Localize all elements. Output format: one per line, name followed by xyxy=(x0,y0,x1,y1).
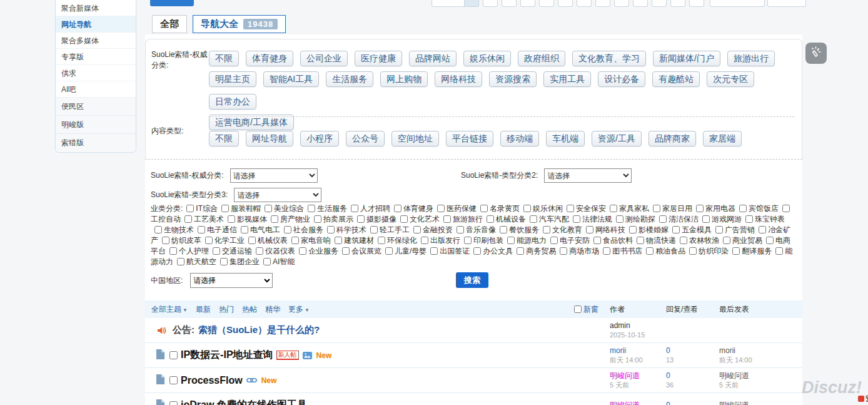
industry-checkbox[interactable] xyxy=(715,226,723,233)
industry-checkbox[interactable] xyxy=(543,226,550,233)
industry-checkbox[interactable] xyxy=(413,226,421,233)
sidebar-item-2[interactable]: 聚合多媒体 xyxy=(56,33,136,49)
industry-checkbox[interactable] xyxy=(530,215,537,223)
content-type-pill[interactable]: 小程序 xyxy=(300,131,339,146)
industry-checkbox[interactable] xyxy=(487,215,494,223)
thread-author-link[interactable]: 明峻问道 xyxy=(610,371,666,381)
tab-all[interactable]: 全部 xyxy=(152,15,187,33)
industry-checkbox[interactable] xyxy=(430,247,438,255)
toolbar-button-partial[interactable] xyxy=(633,0,648,7)
industry-checkbox[interactable] xyxy=(473,247,481,255)
sidebar-item-4[interactable]: 供求 xyxy=(56,65,136,81)
thread-replies-count[interactable]: 0 xyxy=(666,346,719,356)
toolbar-button-partial[interactable] xyxy=(652,0,667,7)
industry-checkbox[interactable] xyxy=(220,258,228,265)
content-type-pill[interactable]: 公众号 xyxy=(346,131,385,146)
industry-checkbox[interactable] xyxy=(162,237,169,244)
industry-checkbox[interactable] xyxy=(680,237,687,244)
thread-lastpost-author[interactable]: 明峻问道 xyxy=(719,401,796,405)
industry-checkbox[interactable] xyxy=(573,215,580,223)
content-type-pill[interactable]: 不限 xyxy=(209,131,239,146)
content-type-pill[interactable]: 空间地址 xyxy=(391,131,439,146)
authority-category-pill[interactable]: 智能AI工具 xyxy=(263,71,319,87)
search-button[interactable]: 搜索 xyxy=(456,272,488,288)
industry-checkbox[interactable] xyxy=(421,237,428,244)
type2-select[interactable]: 请选择 xyxy=(544,168,632,183)
thread-filter-1[interactable]: 最新 xyxy=(196,304,211,315)
industry-checkbox[interactable] xyxy=(443,215,451,223)
content-type-pill[interactable]: 家居端 xyxy=(703,131,742,146)
toolbar-button-partial[interactable] xyxy=(710,0,765,7)
content-type-pill[interactable]: 网址导航 xyxy=(246,131,293,146)
industry-checkbox[interactable] xyxy=(335,237,342,244)
industry-checkbox[interactable] xyxy=(560,247,567,255)
industry-checkbox[interactable] xyxy=(672,226,680,233)
industry-checkbox[interactable] xyxy=(169,247,177,255)
industry-checkbox[interactable] xyxy=(400,215,408,223)
industry-checkbox[interactable] xyxy=(629,226,637,233)
industry-checkbox[interactable] xyxy=(610,205,617,212)
industry-checkbox[interactable] xyxy=(723,237,730,244)
authority-category-pill[interactable]: 娱乐休闲 xyxy=(463,51,511,66)
thread-lastpost-author[interactable]: 明峻问道 xyxy=(719,371,796,381)
industry-checkbox[interactable] xyxy=(228,215,235,223)
industry-checkbox[interactable] xyxy=(370,226,378,233)
thread-filter-3[interactable]: 热帖 xyxy=(242,304,257,315)
authority-category-pill[interactable]: 生活服务 xyxy=(326,71,373,87)
authority-category-pill[interactable]: 资源搜索 xyxy=(489,71,537,87)
thread-filter-4[interactable]: 精华 xyxy=(265,304,280,315)
industry-checkbox[interactable] xyxy=(464,237,472,244)
industry-checkbox[interactable] xyxy=(378,237,385,244)
toolbar-button-partial[interactable] xyxy=(670,0,685,7)
industry-checkbox[interactable] xyxy=(775,247,783,255)
thread-author-link[interactable]: 明峻问道 xyxy=(610,401,666,405)
industry-checkbox[interactable] xyxy=(271,215,278,223)
industry-checkbox[interactable] xyxy=(689,247,697,255)
industry-checkbox[interactable] xyxy=(263,258,271,265)
thread-replies-count[interactable]: 0 xyxy=(666,401,719,405)
industry-checkbox[interactable] xyxy=(314,215,321,223)
industry-checkbox[interactable] xyxy=(567,205,574,212)
toolbar-button-partial[interactable] xyxy=(464,0,479,7)
thread-filter-0[interactable]: 全部主题▼ xyxy=(151,304,188,315)
content-type-pill[interactable]: 资源/工具 xyxy=(592,131,642,146)
content-type-pill[interactable]: 平台链接 xyxy=(446,131,493,146)
content-type-pill[interactable]: 车机端 xyxy=(546,131,585,146)
industry-checkbox[interactable] xyxy=(739,205,747,212)
industry-checkbox[interactable] xyxy=(213,247,220,255)
tab-nav-directory[interactable]: 导航大全 19438 xyxy=(193,15,286,33)
quick-tools-button[interactable] xyxy=(805,43,827,64)
authority-category-pill[interactable]: 次元专区 xyxy=(707,71,754,87)
industry-checkbox[interactable] xyxy=(745,215,753,223)
industry-checkbox[interactable] xyxy=(351,205,358,212)
thread-author-link[interactable]: morii xyxy=(610,346,666,356)
industry-checkbox[interactable] xyxy=(357,215,365,223)
sidebar-item-8[interactable]: 索猎版 xyxy=(56,134,136,152)
content-type-pill[interactable]: 移动端 xyxy=(500,131,539,146)
new-window-checkbox[interactable] xyxy=(574,305,582,313)
industry-checkbox[interactable] xyxy=(550,237,558,244)
thread-filter-5[interactable]: 更多▼ xyxy=(288,304,310,315)
thread-select-checkbox[interactable] xyxy=(169,376,178,384)
toolbar-button-partial[interactable] xyxy=(595,0,610,7)
industry-checkbox[interactable] xyxy=(198,226,205,233)
toolbar-button-partial[interactable] xyxy=(767,0,806,7)
thread-select-checkbox[interactable] xyxy=(169,401,178,405)
industry-checkbox[interactable] xyxy=(394,205,401,212)
industry-checkbox[interactable] xyxy=(586,226,593,233)
industry-checkbox[interactable] xyxy=(248,237,256,244)
industry-checkbox[interactable] xyxy=(291,237,299,244)
sidebar-item-3[interactable]: 专享版 xyxy=(56,49,136,65)
thread-replies-count[interactable]: 0 xyxy=(666,371,719,381)
industry-checkbox[interactable] xyxy=(637,237,644,244)
content-type-pill[interactable]: 品牌商家 xyxy=(648,131,696,146)
industry-checkbox[interactable] xyxy=(659,215,667,223)
authority-category-pill[interactable]: 日常办公 xyxy=(209,94,256,110)
industry-checkbox[interactable] xyxy=(308,205,315,212)
type3-select[interactable]: 请选择 xyxy=(234,188,321,202)
toolbar-button-partial[interactable] xyxy=(520,0,535,7)
authority-category-pill[interactable]: 实用工具 xyxy=(543,71,591,87)
toolbar-button-partial[interactable] xyxy=(431,0,469,7)
toolbar-button-partial[interactable] xyxy=(502,0,517,7)
industry-checkbox[interactable] xyxy=(154,226,162,233)
